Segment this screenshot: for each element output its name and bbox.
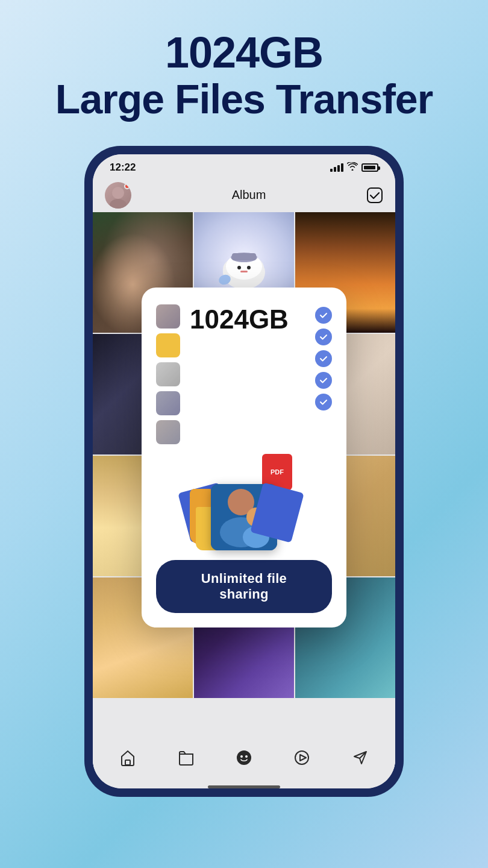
status-bar: 12:22 (93, 154, 395, 178)
phone-frame: 12:22 (84, 146, 404, 797)
nav-sticker-icon[interactable] (234, 748, 254, 767)
avatar[interactable] (105, 182, 131, 209)
hero-header: 1024GB Large Files Transfer (55, 29, 433, 122)
photo-cell-11[interactable] (194, 577, 294, 698)
status-icons (330, 162, 378, 172)
nav-play-icon[interactable] (292, 748, 311, 767)
phone-mockup: 12:22 (84, 146, 404, 797)
svg-rect-18 (125, 760, 130, 765)
photo-cell-6[interactable] (295, 334, 395, 454)
svg-point-20 (237, 751, 251, 764)
svg-rect-9 (240, 271, 248, 272)
photo-cell-7[interactable] (93, 456, 193, 576)
svg-rect-2 (368, 188, 382, 203)
wifi-icon (347, 162, 358, 172)
photo-cell-10[interactable] (93, 577, 193, 698)
photo-cell-4[interactable] (93, 334, 193, 454)
svg-rect-11 (232, 253, 256, 260)
photo-cell-3[interactable] (295, 212, 395, 333)
photo-cell-1[interactable] (93, 212, 193, 333)
photo-cell-2[interactable] (194, 212, 294, 333)
hero-title-line2: Large Files Transfer (55, 77, 433, 122)
notification-dot (124, 183, 130, 189)
nav-home-icon[interactable] (118, 748, 137, 767)
svg-point-22 (245, 755, 248, 758)
signal-icon (330, 163, 343, 172)
phone-screen: 12:22 (93, 154, 395, 788)
photo-cell-9[interactable] (295, 456, 395, 576)
svg-point-7 (237, 266, 241, 269)
home-indicator (208, 785, 280, 788)
nav-bottom-bar (93, 740, 395, 788)
photo-grid (93, 212, 395, 698)
app-bar: Album (93, 178, 395, 212)
svg-point-1 (110, 199, 127, 209)
nav-bar (93, 740, 395, 782)
photo-cell-12[interactable] (295, 577, 395, 698)
svg-point-0 (112, 187, 124, 199)
photo-cell-5[interactable] (194, 334, 294, 454)
album-title: Album (232, 188, 266, 202)
photo-cell-8[interactable] (194, 456, 294, 576)
nav-folder-icon[interactable] (177, 748, 196, 767)
status-time: 12:22 (110, 162, 136, 174)
battery-icon (361, 163, 378, 172)
hero-title-line1: 1024GB (55, 29, 433, 77)
photo-grid-area: 1024GB (93, 212, 395, 740)
svg-point-8 (247, 266, 251, 269)
nav-send-icon[interactable] (351, 748, 370, 767)
select-all-icon[interactable] (366, 187, 383, 204)
svg-point-21 (240, 755, 243, 758)
